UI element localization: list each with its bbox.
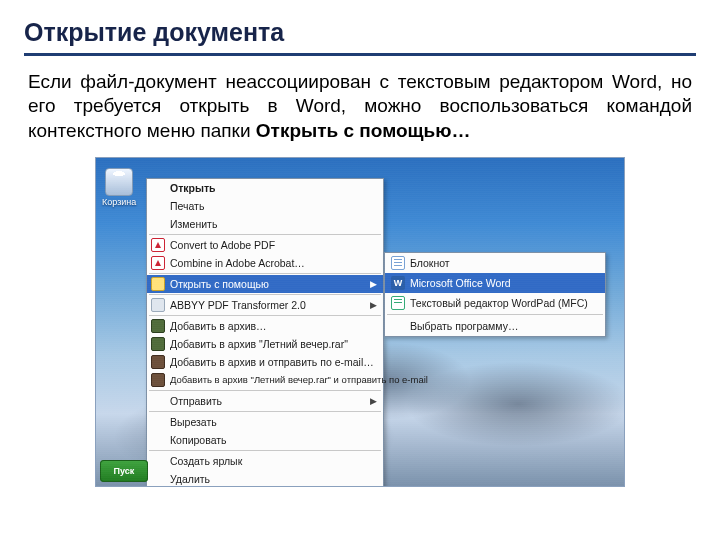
submenu-separator — [387, 314, 603, 315]
submenu-arrow-icon: ▶ — [370, 279, 377, 289]
menu-cut[interactable]: Вырезать — [147, 413, 383, 431]
word-icon: W — [391, 276, 405, 290]
menu-separator — [149, 411, 381, 412]
blank-icon — [151, 181, 165, 195]
archive-mail-icon — [151, 373, 165, 387]
menu-add-named-send-email[interactable]: Добавить в архив "Летний вечер.rar" и от… — [147, 371, 383, 389]
blank-icon — [391, 319, 405, 333]
open-with-submenu[interactable]: Блокнот WMicrosoft Office Word Текстовый… — [384, 252, 606, 337]
pdf-icon — [151, 256, 165, 270]
menu-separator — [149, 273, 381, 274]
blank-icon — [151, 394, 165, 408]
paragraph-bold: Открыть с помощью… — [256, 120, 471, 141]
app-icon — [151, 298, 165, 312]
openwith-icon — [151, 277, 165, 291]
archive-icon — [151, 319, 165, 333]
menu-add-archive-named[interactable]: Добавить в архив "Летний вечер.rar" — [147, 335, 383, 353]
menu-create-shortcut[interactable]: Создать ярлык — [147, 452, 383, 470]
start-label: Пуск — [114, 466, 135, 476]
start-button[interactable]: Пуск — [100, 460, 148, 482]
submenu-arrow-icon: ▶ — [370, 396, 377, 406]
menu-send-to[interactable]: Отправить▶ — [147, 392, 383, 410]
slide-paragraph: Если файл-документ неассоциирован с текс… — [28, 70, 692, 143]
submenu-notepad[interactable]: Блокнот — [385, 253, 605, 273]
menu-convert-pdf[interactable]: Convert to Adobe PDF — [147, 236, 383, 254]
notepad-icon — [391, 256, 405, 270]
submenu-word[interactable]: WMicrosoft Office Word — [385, 273, 605, 293]
trash-icon — [105, 168, 133, 196]
menu-open-with[interactable]: Открыть с помощью▶ — [147, 275, 383, 293]
blank-icon — [151, 199, 165, 213]
menu-open[interactable]: Открыть — [147, 179, 383, 197]
blank-icon — [151, 415, 165, 429]
menu-add-archive[interactable]: Добавить в архив… — [147, 317, 383, 335]
menu-separator — [149, 390, 381, 391]
menu-separator — [149, 315, 381, 316]
submenu-arrow-icon: ▶ — [370, 300, 377, 310]
blank-icon — [151, 454, 165, 468]
menu-separator — [149, 294, 381, 295]
blank-icon — [151, 433, 165, 447]
screenshot: Корзина Открыть Печать Изменить Convert … — [95, 157, 625, 487]
submenu-wordpad[interactable]: Текстовый редактор WordPad (MFC) — [385, 293, 605, 313]
submenu-choose[interactable]: Выбрать программу… — [385, 316, 605, 336]
menu-delete[interactable]: Удалить — [147, 470, 383, 487]
trash-label: Корзина — [102, 198, 136, 207]
context-menu[interactable]: Открыть Печать Изменить Convert to Adobe… — [146, 178, 384, 487]
menu-add-send-email[interactable]: Добавить в архив и отправить по e-mail… — [147, 353, 383, 371]
menu-edit[interactable]: Изменить — [147, 215, 383, 233]
blank-icon — [151, 472, 165, 486]
menu-separator — [149, 450, 381, 451]
blank-icon — [151, 217, 165, 231]
pdf-icon — [151, 238, 165, 252]
archive-icon — [151, 337, 165, 351]
menu-separator — [149, 234, 381, 235]
wordpad-icon — [391, 296, 405, 310]
menu-copy[interactable]: Копировать — [147, 431, 383, 449]
archive-mail-icon — [151, 355, 165, 369]
slide-title: Открытие документа — [24, 18, 696, 56]
menu-print[interactable]: Печать — [147, 197, 383, 215]
recycle-bin-icon[interactable]: Корзина — [102, 168, 136, 207]
menu-abbyy[interactable]: ABBYY PDF Transformer 2.0▶ — [147, 296, 383, 314]
menu-combine-pdf[interactable]: Combine in Adobe Acrobat… — [147, 254, 383, 272]
